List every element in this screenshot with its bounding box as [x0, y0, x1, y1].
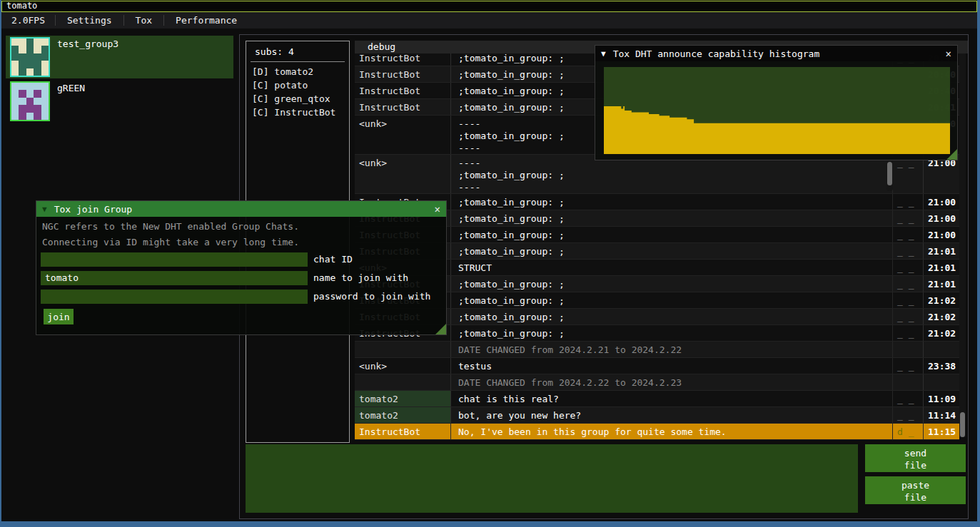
send-file-button[interactable]: send file: [865, 444, 966, 472]
message-text: ;tomato_in_group: ;: [451, 243, 892, 259]
timestamp: 21:00: [923, 227, 959, 242]
close-icon[interactable]: ✕: [946, 48, 951, 59]
message-text: ---- ;tomato_in_group: ; ----: [451, 155, 892, 193]
member-item[interactable]: [C] InstructBot: [246, 106, 349, 119]
sidebar-item-green[interactable]: gREEN: [6, 80, 233, 123]
join-password-label: password to join with: [313, 291, 430, 302]
close-icon[interactable]: ✕: [435, 203, 440, 215]
join-description-line1: NGC refers to the New DHT enabled Group …: [42, 220, 299, 232]
chat-row[interactable]: InstructBotNo, I've been in this group f…: [355, 424, 959, 440]
resize-grip[interactable]: [946, 149, 957, 160]
subs-count: subs: 4: [246, 41, 349, 57]
chat-id-input[interactable]: [41, 252, 308, 267]
delivery-status: _ _: [892, 276, 923, 292]
sender-name: InstructBot: [355, 66, 451, 82]
timestamp: 11:15: [923, 424, 959, 439]
sidebar-item-test-group3[interactable]: test_group3: [6, 36, 233, 78]
member-item[interactable]: [C] green_qtox: [246, 92, 349, 106]
message-text: ;tomato_in_group: ;: [451, 210, 892, 226]
join-group-window[interactable]: ▼ Tox join Group ✕ NGC refers to the New…: [36, 200, 447, 335]
timestamp: 21:01: [923, 260, 959, 275]
histogram-window-titlebar[interactable]: ▼ Tox DHT announce capability histogram …: [595, 46, 957, 61]
window-title: tomato: [6, 1, 37, 11]
delivery-status: _ _: [892, 210, 923, 226]
menu-bar: 2.0FPS SettingsToxPerformance: [1, 12, 977, 29]
chat-row[interactable]: tomato2chat is this real?_ _11:09: [355, 391, 959, 407]
delivery-status: _ _: [892, 325, 923, 341]
timestamp: 21:02: [923, 309, 959, 324]
resize-grip[interactable]: [435, 324, 446, 334]
join-button[interactable]: join: [44, 309, 74, 324]
sender-name: <unk>: [355, 155, 451, 193]
timestamp: 21:01: [923, 243, 959, 259]
join-window-title: Tox join Group: [54, 204, 133, 215]
menu-item-performance[interactable]: Performance: [163, 15, 248, 26]
member-item[interactable]: [D] tomato2: [246, 65, 349, 78]
scrollbar-handle[interactable]: [887, 162, 892, 185]
chat-row[interactable]: <unk>---- ;tomato_in_group: ; ----_ _21:…: [355, 155, 959, 194]
delivery-status: _ _: [892, 391, 923, 406]
timestamp: 23:38: [923, 358, 959, 374]
delivery-status: _ _: [892, 292, 923, 308]
window-titlebar[interactable]: tomato: [1, 1, 977, 12]
collapse-icon[interactable]: ▼: [601, 49, 606, 58]
timestamp: 21:00: [923, 210, 959, 226]
sender-name: InstructBot: [355, 99, 451, 115]
delivery-status: _ _: [892, 260, 923, 275]
app-window: tomato 2.0FPS SettingsToxPerformance tes…: [0, 0, 980, 527]
window-frame: [0, 0, 1, 527]
paste-file-button[interactable]: paste file: [865, 476, 966, 504]
message-text: bot, are you new here?: [451, 407, 892, 423]
message-text: DATE CHANGED from 2024.2.21 to 2024.2.22: [451, 342, 892, 357]
sender-name: [355, 374, 451, 390]
message-text: STRUCT: [451, 260, 892, 275]
histogram-window[interactable]: ▼ Tox DHT announce capability histogram …: [595, 45, 958, 160]
sender-name: <unk>: [355, 358, 451, 374]
delivery-status: _ _: [892, 194, 923, 210]
delivery-status: [892, 374, 923, 390]
timestamp: 21:00: [923, 194, 959, 210]
timestamp: [923, 342, 959, 357]
timestamp: [923, 374, 959, 390]
message-input[interactable]: [246, 444, 858, 513]
sender-name: tomato2: [355, 391, 451, 406]
timestamp: 11:09: [923, 391, 959, 406]
message-cell-scrollbar[interactable]: [886, 156, 893, 191]
group-avatar-icon: [10, 37, 50, 77]
member-item[interactable]: [C] potato: [246, 78, 349, 92]
chat-row[interactable]: <unk>testus_ _23:38: [355, 358, 959, 374]
join-window-titlebar[interactable]: ▼ Tox join Group ✕: [36, 201, 446, 217]
collapse-icon[interactable]: ▼: [42, 205, 47, 214]
timestamp: 21:02: [923, 292, 959, 308]
delivery-status: _ _: [892, 309, 923, 324]
message-text: ;tomato_in_group: ;: [451, 276, 892, 292]
menu-item-tox[interactable]: Tox: [123, 15, 163, 26]
fps-indicator: 2.0FPS: [1, 15, 55, 26]
chat-scrollbar[interactable]: [959, 53, 966, 437]
divider: [251, 61, 345, 62]
chat-id-label: chat ID: [313, 254, 353, 265]
sender-name: [355, 342, 451, 357]
member-list: [D] tomato2[C] potato[C] green_qtox[C] I…: [246, 65, 349, 119]
join-name-input[interactable]: tomato: [41, 271, 308, 285]
sender-name: InstructBot: [355, 424, 451, 439]
scrollbar-handle[interactable]: [960, 412, 965, 437]
menu-item-settings[interactable]: Settings: [55, 15, 123, 26]
histogram-plot: [604, 67, 950, 154]
message-text: testus: [451, 358, 892, 374]
join-name-label: name to join with: [313, 272, 408, 283]
chat-row[interactable]: DATE CHANGED from 2024.2.22 to 2024.2.23: [355, 374, 959, 391]
message-text: ;tomato_in_group: ;: [451, 309, 892, 324]
chat-row[interactable]: tomato2bot, are you new here?_ _11:14: [355, 407, 959, 424]
delivery-status: _ _: [892, 358, 923, 374]
delivery-status: [892, 342, 923, 357]
sender-name: tomato2: [355, 407, 451, 423]
delivery-status: _ _: [892, 155, 923, 193]
message-text: DATE CHANGED from 2024.2.22 to 2024.2.23: [451, 374, 892, 390]
histogram-window-title: Tox DHT announce capability histogram: [613, 48, 820, 59]
sender-name: InstructBot: [355, 83, 451, 98]
group-name: test_group3: [57, 39, 118, 49]
histogram-area: [604, 106, 950, 154]
chat-row[interactable]: DATE CHANGED from 2024.2.21 to 2024.2.22: [355, 342, 959, 358]
join-password-input[interactable]: [41, 290, 308, 304]
